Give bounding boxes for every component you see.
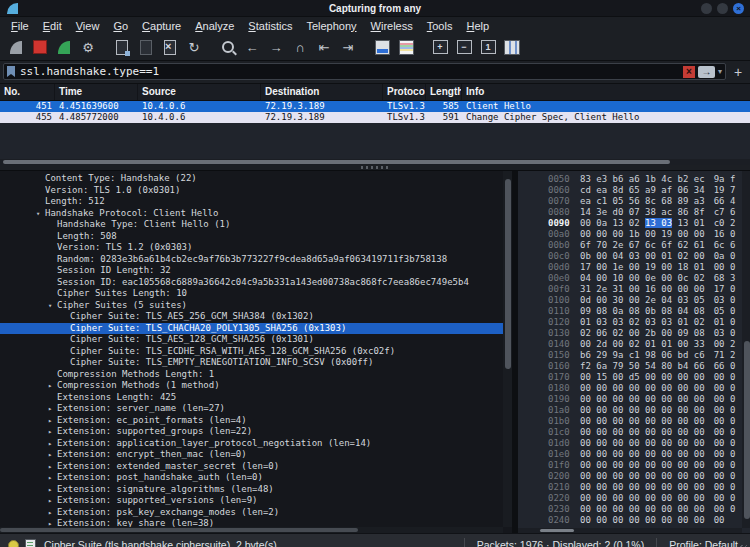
detail-line[interactable]: Compression Methods Length: 1	[0, 369, 503, 381]
hex-bytes[interactable]: 02 06 02 00 2b 00 09 08	[580, 328, 705, 338]
auto-scroll-button[interactable]	[370, 36, 394, 58]
detail-line[interactable]: Length: 508	[0, 231, 503, 243]
column-header-length[interactable]: Length	[426, 84, 462, 100]
detail-line[interactable]: Content Type: Handshake (22)	[0, 173, 503, 185]
hex-row-0160[interactable]: 0160f2 6a 79 50 54 80 b4 6666 0	[548, 361, 742, 372]
hex-row-0120[interactable]: 012001 03 03 02 03 03 01 0201 0	[548, 317, 742, 328]
detail-line[interactable]: Cipher Suite: TLS_AES_128_GCM_SHA256 (0x…	[0, 334, 503, 346]
detail-line[interactable]: ▸Extension: post_handshake_auth (len=0)	[0, 472, 503, 484]
column-header-info[interactable]: Info	[462, 84, 750, 100]
hex-bytes[interactable]: 17 00 1e 00 19 00 18 01	[580, 262, 705, 272]
hex-row-0110[interactable]: 011009 08 0a 08 0b 08 04 0805 0	[548, 306, 742, 317]
menu-file[interactable]: File	[4, 20, 36, 32]
hex-bytes[interactable]: 14 3e d0 07 38 ac 86 8f	[580, 207, 705, 217]
hex-bytes[interactable]: 0b 00 04 03 00 01 02 00	[580, 251, 705, 261]
detail-line[interactable]: Length: 512	[0, 196, 503, 208]
hex-bytes[interactable]: 00 00 00 00 00 00 00 00	[580, 416, 705, 426]
column-header-source[interactable]: Source	[138, 84, 261, 100]
filter-query-text[interactable]: ssl.handshake.type==1	[20, 65, 683, 78]
detail-line[interactable]: ▾Handshake Protocol: Client Hello	[0, 208, 503, 220]
hex-row-01e0[interactable]: 01e000 00 00 00 00 00 00 0000 0	[548, 449, 742, 460]
hex-bytes[interactable]: 00 00 00 00 00 00 00 00	[580, 515, 705, 525]
hex-bytes[interactable]: b6 29 9a c1 98 06 bd c6	[580, 350, 705, 360]
detail-line[interactable]: ▾Cipher Suites (5 suites)	[0, 300, 503, 312]
hex-bytes[interactable]: cd ea 8d 65 a9 af 06 34	[580, 185, 705, 195]
status-profile[interactable]: Profile: Default	[657, 539, 750, 547]
capture-options-button[interactable]: ⚙	[76, 36, 100, 58]
hex-row-00e0[interactable]: 00e004 00 10 00 0e 00 0c 0268 3	[548, 273, 742, 284]
hex-row-0220[interactable]: 022000 00 00 00 00 00 00 0000 0	[548, 493, 742, 504]
menu-help[interactable]: Help	[459, 20, 496, 32]
hex-row-01a0[interactable]: 01a000 00 00 00 00 00 00 0000 0	[548, 405, 742, 416]
hex-bytes[interactable]: 00 00 00 00 00 00 00 00	[580, 427, 705, 437]
menu-statistics[interactable]: Statistics	[241, 20, 299, 32]
filter-clear-button[interactable]: ×	[683, 66, 695, 78]
hex-row-0140[interactable]: 014000 2d 00 02 01 01 00 3300 2	[548, 339, 742, 350]
hex-bytes[interactable]: ea c1 05 56 8c 68 89 a3	[580, 196, 705, 206]
restart-capture-button[interactable]	[52, 36, 76, 58]
hex-bytes[interactable]: 83 e3 b6 a6 1b 4c b2 ec	[580, 174, 705, 184]
hex-bytes[interactable]: 00 00 00 00 00 00 00 00	[580, 405, 705, 415]
hex-bytes[interactable]: 00 00 00 00 00 00 00 00	[580, 394, 705, 404]
packet-row-451[interactable]: 4514.45163960010.4.0.672.19.3.189TLSv1.3…	[0, 101, 750, 112]
menu-edit[interactable]: Edit	[36, 20, 69, 32]
detail-line[interactable]: ▸Extension: psk_key_exchange_modes (len=…	[0, 507, 503, 519]
filter-apply-button[interactable]: →	[698, 66, 715, 78]
filter-dropdown-caret-icon[interactable]: ▾	[718, 67, 722, 76]
go-back-button[interactable]: ←	[240, 36, 264, 58]
detail-line[interactable]: Cipher Suite: TLS_ECDHE_RSA_WITH_AES_128…	[0, 346, 503, 358]
hex-row-0180[interactable]: 018000 00 00 00 00 00 00 0000 0	[548, 383, 742, 394]
hex-row-0230[interactable]: 023000 00 00 00 00 00 00 0000 0	[548, 504, 742, 515]
zoom-out-button[interactable]: −	[452, 36, 476, 58]
packet-list-hscrollbar-thumb[interactable]	[3, 160, 670, 164]
column-header-no[interactable]: No.	[0, 84, 55, 100]
menu-tools[interactable]: Tools	[420, 20, 460, 32]
hex-bytes[interactable]: 00 0a 13 02 13 03 13 01	[580, 218, 705, 228]
hex-bytes[interactable]: 00 00 00 00 00 00 00 00	[580, 438, 705, 448]
go-forward-button[interactable]: →	[264, 36, 288, 58]
zoom-100-button[interactable]: 1	[476, 36, 500, 58]
detail-line[interactable]: Version: TLS 1.2 (0x0303)	[0, 242, 503, 254]
hex-vscrollbar[interactable]	[742, 171, 750, 528]
hex-row-01d0[interactable]: 01d000 00 00 00 00 00 00 0000 0	[548, 438, 742, 449]
detail-line[interactable]: Version: TLS 1.0 (0x0301)	[0, 185, 503, 197]
go-last-packet-button[interactable]: ⇥	[336, 36, 360, 58]
go-first-packet-button[interactable]: ⇤	[312, 36, 336, 58]
hex-bytes[interactable]: f2 6a 79 50 54 80 b4 66	[580, 361, 705, 371]
collapsed-arrow-icon[interactable]: ▸	[48, 519, 52, 527]
detail-line[interactable]: Extensions Length: 425	[0, 392, 503, 404]
hex-row-0170[interactable]: 017000 15 00 d5 00 00 00 0000 0	[548, 372, 742, 383]
find-packet-button[interactable]	[216, 36, 240, 58]
detail-line[interactable]: ▸Extension: signature_algorithms (len=48…	[0, 484, 503, 496]
hex-bytes[interactable]: 31 2e 31 00 16 00 00 00	[580, 284, 705, 294]
zoom-in-button[interactable]: +	[428, 36, 452, 58]
hex-bytes[interactable]: 04 00 10 00 0e 00 0c 02	[580, 273, 705, 283]
column-header-destination[interactable]: Destination	[261, 84, 383, 100]
detail-line[interactable]: Session ID: eac105568c6889a36642c04c9a5b…	[0, 277, 503, 289]
hex-row-0080[interactable]: 008014 3e d0 07 38 ac 86 8fc7 6	[548, 207, 742, 218]
hex-bytes[interactable]: 00 00 00 00 00 00 00 00	[580, 471, 705, 481]
detail-line[interactable]: ▸Extension: key_share (len=38)	[0, 518, 503, 527]
start-capture-button[interactable]	[4, 36, 28, 58]
detail-line[interactable]: ▸Extension: server_name (len=27)	[0, 403, 503, 415]
menu-analyze[interactable]: Analyze	[188, 20, 241, 32]
hex-vscrollbar-thumb[interactable]	[744, 341, 750, 519]
hex-row-00d0[interactable]: 00d017 00 1e 00 19 00 18 0100 0	[548, 262, 742, 273]
detail-line[interactable]: Session ID Length: 32	[0, 265, 503, 277]
open-file-button[interactable]	[110, 36, 134, 58]
hex-bytes[interactable]: 00 00 00 00 00 00 00 00	[580, 449, 705, 459]
resize-columns-button[interactable]	[500, 36, 524, 58]
menu-go[interactable]: Go	[106, 20, 135, 32]
display-filter-input[interactable]: ssl.handshake.type==1 × → ▾	[3, 63, 726, 80]
detail-line[interactable]: Handshake Type: Client Hello (1)	[0, 219, 503, 231]
detail-line[interactable]: Random: 0283e3b6a61b4cb2ec9af76b3b773227…	[0, 254, 503, 266]
detail-line[interactable]: ▸Extension: encrypt_then_mac (len=0)	[0, 449, 503, 461]
details-vscrollbar-thumb[interactable]	[505, 179, 511, 369]
hex-row-00c0[interactable]: 00c00b 00 04 03 00 01 02 000a 0	[548, 251, 742, 262]
detail-line[interactable]: ▸Extension: extended_master_secret (len=…	[0, 461, 503, 473]
menu-capture[interactable]: Capture	[135, 20, 188, 32]
hex-bytes[interactable]: 00 00 00 00 00 00 00 00	[580, 383, 705, 393]
detail-line[interactable]: ▸Extension: ec_point_formats (len=4)	[0, 415, 503, 427]
hex-row-0150[interactable]: 0150b6 29 9a c1 98 06 bd c671 2	[548, 350, 742, 361]
menu-view[interactable]: View	[69, 20, 107, 32]
